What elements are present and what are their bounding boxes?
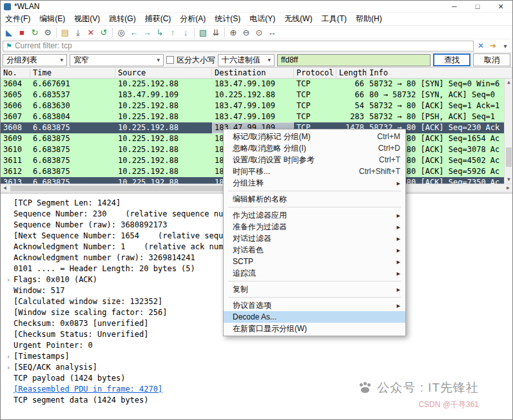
packet-cell-length[interactable]: 66 (336, 90, 367, 100)
search-input[interactable] (277, 54, 431, 66)
packet-cell-no[interactable]: 3604 (1, 79, 30, 90)
detail-line[interactable]: ›[SEQ/ACK analysis] (3, 362, 512, 373)
packet-cell-destination[interactable]: 183.47.99.109 (212, 111, 294, 122)
packet-cell-protocol[interactable]: TCP (294, 90, 336, 100)
packet-cell-no[interactable]: 3609 (1, 133, 30, 144)
packet-cell-info[interactable]: 58732 → 80 [SYN] Seq=0 Win=6 (367, 79, 512, 90)
open-file-icon[interactable]: ▤ (59, 26, 72, 39)
packet-cell-protocol[interactable]: TCP (294, 100, 336, 111)
search-type-select[interactable]: 十六进制值 ▾ (218, 54, 275, 66)
forward-icon[interactable]: → (140, 26, 153, 39)
menu-item[interactable]: 帮助(H) (351, 12, 387, 26)
packet-cell-source[interactable]: 10.225.192.88 (115, 133, 212, 144)
close-file-icon[interactable]: ✕ (84, 26, 97, 39)
packet-cell-protocol[interactable]: TCP (294, 111, 336, 122)
search-charset-select[interactable]: 宽窄 ▾ (70, 54, 164, 66)
expand-arrow-icon[interactable]: › (3, 351, 14, 362)
vertical-scrollbar[interactable]: ▲ ▼ (504, 79, 512, 184)
expand-arrow-icon[interactable]: › (3, 362, 14, 373)
menu-item[interactable]: 统计(S) (210, 12, 245, 26)
packet-cell-no[interactable]: 3613 (1, 177, 30, 184)
context-menu-item[interactable]: 时间平移...Ctrl+Shift+T (224, 166, 405, 177)
start-capture-icon[interactable]: ◣ (3, 26, 15, 39)
packet-cell-source[interactable]: 10.225.192.88 (115, 100, 212, 111)
find-button[interactable]: 查找 (433, 53, 470, 66)
reload-icon[interactable]: ↺ (97, 26, 110, 39)
scroll-down-icon[interactable]: ▼ (505, 176, 513, 184)
context-menu-item[interactable]: 设置/取消设置 时间参考Ctrl+T (224, 154, 405, 166)
resize-columns-icon[interactable]: ↔ (266, 26, 278, 39)
context-menu-item[interactable]: 分组注释▸ (224, 177, 405, 189)
find-packet-icon[interactable]: ◎ (115, 26, 128, 39)
context-menu-item[interactable]: 标记/取消标记 分组(M)Ctrl+M (224, 131, 405, 142)
packet-cell-protocol[interactable]: TCP (294, 79, 336, 90)
context-menu-item[interactable]: Decode As... (224, 311, 405, 323)
context-menu-item[interactable]: 作为过滤器应用▸ (224, 209, 405, 221)
context-menu-item[interactable]: 准备作为过滤器▸ (224, 221, 405, 233)
menu-item[interactable]: 无线(W) (280, 12, 316, 26)
close-button[interactable]: ✕ (489, 1, 512, 12)
context-menu-item[interactable]: 编辑解析的名称 (224, 193, 405, 205)
filter-clear-icon[interactable]: ✕ (476, 41, 486, 50)
packet-cell-no[interactable]: 3606 (1, 100, 30, 111)
context-menu-item[interactable]: 忽略/取消忽略 分组(I)Ctrl+D (224, 142, 405, 154)
menu-item[interactable]: 分析(A) (175, 12, 210, 26)
packet-cell-no[interactable]: 3610 (1, 144, 30, 155)
back-icon[interactable]: ← (128, 26, 140, 39)
detail-line[interactable]: Urgent Pointer: 0 (3, 340, 512, 351)
packet-cell-source[interactable]: 10.225.192.88 (115, 79, 212, 90)
packet-cell-destination[interactable]: 183.47.99.109 (212, 100, 294, 111)
vertical-scroll-track[interactable] (505, 86, 512, 176)
packet-cell-info[interactable]: 58732 → 80 [PSH, ACK] Seq=1 (367, 111, 512, 122)
packet-row[interactable]: 36076.68380410.225.192.88183.47.99.109TC… (1, 111, 512, 122)
packet-cell-time[interactable]: 6.683804 (30, 111, 115, 122)
context-menu-item[interactable]: 对话过滤器▸ (224, 233, 405, 244)
column-header-length[interactable]: Length (336, 68, 367, 78)
packet-cell-no[interactable]: 3612 (1, 166, 30, 177)
filter-dropdown-icon[interactable]: ▾ (500, 43, 510, 50)
stop-capture-icon[interactable]: ■ (15, 26, 28, 39)
packet-cell-no[interactable]: 3605 (1, 90, 30, 100)
packet-cell-source[interactable]: 10.225.192.88 (115, 166, 212, 177)
display-filter-input[interactable]: ⚑ Current filter: tcp (3, 41, 474, 52)
context-menu-item[interactable]: 协议首选项▸ (224, 300, 405, 311)
save-file-icon[interactable]: ⤓ (72, 26, 84, 39)
vertical-scroll-thumb[interactable] (506, 148, 512, 167)
packet-cell-source[interactable]: 10.225.192.88 (115, 122, 212, 133)
case-sensitive-checkbox[interactable] (166, 56, 174, 64)
packet-cell-info[interactable]: 58732 → 80 [ACK] Seq=1 Ack=1 (367, 100, 512, 111)
packet-cell-time[interactable]: 6.683875 (30, 177, 115, 184)
detail-link[interactable]: [Reassembled PDU in frame: 4270] (14, 384, 162, 395)
detail-line[interactable]: ›[Timestamps] (3, 351, 512, 362)
column-header-destination[interactable]: Destination (212, 68, 294, 78)
packet-row[interactable]: 36046.66769110.225.192.88183.47.99.109TC… (1, 79, 512, 90)
last-packet-icon[interactable]: ↓ (179, 26, 192, 39)
packet-cell-time[interactable]: 6.683875 (30, 144, 115, 155)
context-menu-item[interactable]: 复制▸ (224, 283, 405, 295)
detail-line[interactable]: TCP segment data (1424 bytes) (3, 395, 512, 406)
filter-apply-icon[interactable]: ➜ (488, 41, 498, 50)
menu-item[interactable]: 文件(F) (1, 12, 35, 26)
packet-cell-destination[interactable]: 10.225.192.88 (212, 90, 294, 100)
packet-cell-source[interactable]: 10.225.192.88 (115, 144, 212, 155)
goto-packet-icon[interactable]: ↳ (153, 26, 166, 39)
context-menu-item[interactable]: 对话着色▸ (224, 244, 405, 256)
packet-cell-time[interactable]: 6.683875 (30, 155, 115, 166)
packet-cell-source[interactable]: 10.225.192.88 (115, 177, 212, 184)
column-header-no[interactable]: No. (1, 68, 30, 78)
expand-arrow-icon[interactable]: › (3, 274, 14, 285)
menu-item[interactable]: 电话(Y) (245, 12, 280, 26)
packet-cell-source[interactable]: 10.225.192.88 (115, 155, 212, 166)
minimize-button[interactable]: ─ (443, 1, 466, 12)
zoom-out-icon[interactable]: ⊖ (240, 26, 253, 39)
capture-options-icon[interactable]: ⚙ (41, 26, 54, 39)
packet-cell-length[interactable]: 283 (336, 111, 367, 122)
packet-row[interactable]: 36056.683537183.47.99.10910.225.192.88TC… (1, 90, 512, 100)
packet-cell-time[interactable]: 6.683875 (30, 133, 115, 144)
column-header-info[interactable]: Info (367, 68, 512, 78)
packet-cell-time[interactable]: 6.683875 (30, 122, 115, 133)
zoom-reset-icon[interactable]: ⊙ (253, 26, 266, 39)
zoom-in-icon[interactable]: ⊕ (227, 26, 240, 39)
context-menu-item[interactable]: 在新窗口显示分组(W) (224, 323, 405, 334)
packet-cell-no[interactable]: 3608 (1, 122, 30, 133)
